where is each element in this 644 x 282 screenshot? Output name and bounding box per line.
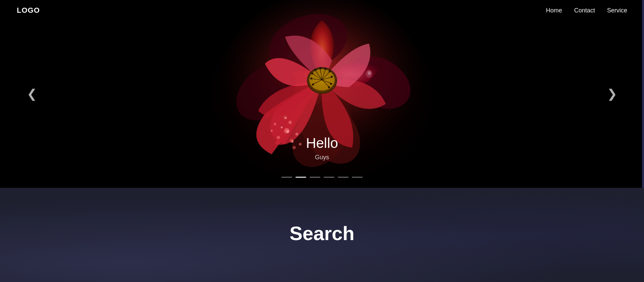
svg-point-28 [324,68,326,70]
navbar: LOGO Home Contact Service [0,0,644,21]
svg-point-16 [285,117,287,119]
search-title: Search [289,222,354,244]
chevron-right-icon: ❯ [607,87,617,101]
svg-point-10 [291,140,293,143]
svg-point-18 [292,146,296,149]
svg-point-11 [277,136,280,139]
slide-subtitle: Guys [306,154,338,161]
svg-point-14 [288,121,292,124]
svg-point-42 [328,86,330,88]
next-arrow[interactable]: ❯ [600,83,624,104]
svg-point-34 [311,72,313,74]
svg-point-12 [295,133,298,135]
search-section: Search [0,188,644,282]
scrollbar [642,0,644,188]
svg-point-17 [274,123,276,125]
nav-links: Home Contact Service [546,7,627,14]
dot-4[interactable] [338,177,349,178]
svg-point-24 [314,69,316,71]
svg-point-38 [312,83,314,86]
svg-point-36 [310,77,312,79]
slider-dots [281,177,363,178]
hero-slider: ❮ ❯ Hello Guys [0,0,644,188]
dot-1[interactable] [295,177,306,178]
svg-point-13 [281,126,283,128]
svg-point-20 [271,130,273,132]
prev-arrow[interactable]: ❮ [20,83,44,104]
dot-3[interactable] [324,177,334,178]
nav-service[interactable]: Service [607,7,627,14]
dot-0[interactable] [281,177,292,178]
nav-home[interactable]: Home [546,7,562,14]
dot-5[interactable] [352,177,363,178]
svg-point-40 [330,83,332,85]
chevron-left-icon: ❮ [27,87,37,101]
nav-contact[interactable]: Contact [574,7,595,14]
slide-text: Hello Guys [306,135,338,161]
svg-point-32 [331,76,333,78]
svg-point-26 [319,67,321,69]
dot-2[interactable] [310,177,320,178]
svg-point-44 [368,71,371,75]
svg-point-8 [286,130,289,133]
logo: LOGO [17,6,40,15]
slide-title: Hello [306,135,338,151]
svg-point-19 [299,143,302,146]
svg-point-30 [329,70,331,72]
